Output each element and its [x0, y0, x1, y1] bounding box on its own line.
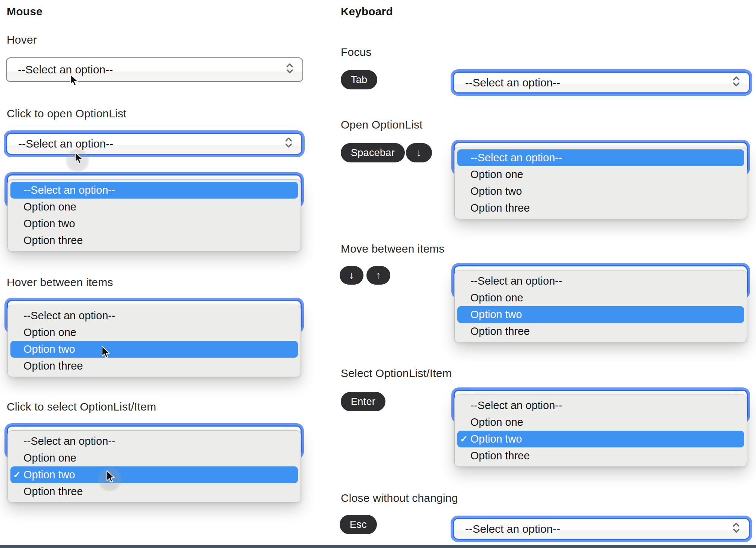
optionlist-open: --Select an option-- Option one Option t…: [7, 298, 302, 377]
keyboard-move-label: Move between items: [341, 243, 445, 255]
optionlist-panel: --Select an option-- Option one Option t…: [454, 270, 747, 342]
optionlist-item[interactable]: --Select an option--: [457, 273, 744, 289]
select-trigger-focused[interactable]: --Select an option--: [6, 133, 302, 155]
optionlist-panel: --Select an option-- Option one Option t…: [454, 147, 747, 219]
mouse-cursor-icon: [105, 470, 115, 484]
key-arrow-up: ↑: [366, 266, 390, 285]
optionlist-item-selected[interactable]: ✓ Option two: [457, 431, 744, 447]
optionlist-item[interactable]: Option three: [457, 323, 744, 340]
optionlist-item[interactable]: --Select an option--: [10, 433, 298, 450]
optionlist-panel: --Select an option-- Option one ✓ Option…: [7, 430, 301, 503]
checkmark-icon: ✓: [13, 469, 21, 480]
optionlist-item[interactable]: --Select an option--: [457, 397, 744, 414]
select-trigger-focused[interactable]: --Select an option--: [453, 72, 750, 94]
key-tab: Tab: [341, 70, 377, 89]
optionlist-item[interactable]: Option one: [457, 289, 744, 306]
optionlist-open: --Select an option-- Option one ✓ Option…: [7, 423, 302, 503]
select-trigger-focused[interactable]: --Select an option--: [453, 518, 750, 540]
mouse-hover-label: Hover: [7, 34, 37, 46]
optionlist-panel: --Select an option-- Option one Option t…: [7, 179, 301, 251]
optionlist-open: --Select an option-- Option one ✓ Option…: [454, 387, 748, 467]
optionlist-item[interactable]: Option three: [457, 447, 744, 464]
key-esc: Esc: [340, 515, 377, 534]
optionlist-panel: --Select an option-- Option one Option t…: [7, 305, 301, 377]
key-arrow-down: ↓: [406, 143, 432, 162]
keyboard-heading: Keyboard: [341, 5, 393, 18]
optionlist-item[interactable]: Option two: [457, 183, 744, 200]
page: Mouse Hover --Select an option-- Click t…: [0, 0, 756, 548]
keyboard-focus-label: Focus: [341, 46, 372, 58]
optionlist-item[interactable]: --Select an option--: [10, 182, 298, 199]
key-spacebar: Spacebar: [341, 143, 405, 162]
optionlist-item[interactable]: --Select an option--: [10, 307, 298, 324]
optionlist-item[interactable]: Option three: [10, 358, 298, 374]
key-enter: Enter: [341, 392, 385, 411]
next-section-edge: [0, 545, 756, 548]
mouse-click-open-label: Click to open OptionList: [7, 107, 127, 120]
optionlist-item[interactable]: Option three: [10, 483, 298, 500]
select-value: --Select an option--: [18, 137, 113, 150]
mouse-click-select-label: Click to select OptionList/Item: [7, 400, 156, 413]
mouse-cursor-icon: [68, 74, 79, 88]
optionlist-item[interactable]: Option one: [457, 166, 744, 183]
checkmark-icon: ✓: [460, 433, 468, 444]
mouse-cursor-icon: [100, 346, 111, 359]
optionlist-item[interactable]: --Select an option--: [457, 149, 744, 166]
chevron-up-down-icon: [732, 75, 741, 90]
optionlist-open: --Select an option-- Option one Option t…: [454, 140, 748, 219]
chevron-up-down-icon: [284, 137, 293, 151]
optionlist-item[interactable]: Option one: [10, 324, 298, 341]
select-trigger-hover[interactable]: --Select an option--: [6, 57, 303, 82]
optionlist-item[interactable]: Option one: [10, 450, 298, 466]
chevron-up-down-icon: [732, 522, 741, 536]
optionlist-item[interactable]: Option three: [10, 232, 298, 249]
mouse-hover-items-label: Hover between items: [7, 276, 113, 289]
key-arrow-down: ↓: [340, 266, 363, 285]
chevron-up-down-icon: [285, 63, 294, 77]
optionlist-panel: --Select an option-- Option one ✓ Option…: [454, 395, 747, 467]
mouse-cursor-icon: [73, 152, 84, 165]
optionlist-item[interactable]: Option three: [457, 200, 744, 216]
optionlist-item[interactable]: Option two: [457, 306, 744, 323]
keyboard-open-label: Open OptionList: [341, 118, 423, 131]
keyboard-select-label: Select OptionList/Item: [341, 367, 452, 380]
optionlist-open: --Select an option-- Option one Option t…: [7, 172, 302, 251]
optionlist-item[interactable]: Option one: [10, 199, 298, 215]
select-value: --Select an option--: [465, 523, 560, 535]
optionlist-item-selected[interactable]: ✓ Option two: [10, 466, 298, 483]
select-value: --Select an option--: [465, 76, 560, 89]
optionlist-open: --Select an option-- Option one Option t…: [454, 263, 748, 342]
optionlist-item[interactable]: Option two: [10, 215, 298, 232]
optionlist-item[interactable]: Option one: [457, 414, 744, 431]
keyboard-close-label: Close without changing: [341, 492, 458, 504]
mouse-heading: Mouse: [7, 5, 42, 18]
optionlist-item[interactable]: Option two: [10, 341, 298, 358]
select-value: --Select an option--: [18, 63, 113, 76]
